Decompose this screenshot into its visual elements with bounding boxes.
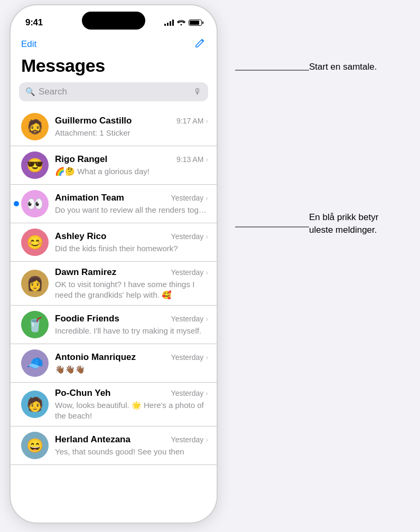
conv-content-herland: Herland AntezanaYesterday›Yes, that soun… xyxy=(55,434,208,457)
conv-chevron-guillermo: › xyxy=(206,117,208,125)
avatar-dawn: 👩 xyxy=(21,270,49,297)
callout-start-conversation: Start en samtale. xyxy=(309,61,377,73)
conv-content-guillermo: Guillermo Castillo9:17 AM›Attachment: 1 … xyxy=(55,116,208,138)
conv-time-rigo: 9:13 AM xyxy=(176,155,203,164)
conversation-item-ashley[interactable]: 😊Ashley RicoYesterday›Did the kids finis… xyxy=(11,223,217,262)
dynamic-island xyxy=(82,12,145,30)
conversation-item-foodie[interactable]: 🥤Foodie FriendsYesterday›Incredible. I'l… xyxy=(11,306,217,344)
conv-preview-animation: Do you want to review all the renders to… xyxy=(55,205,208,215)
conv-time-ashley: Yesterday xyxy=(171,232,204,241)
status-time: 9:41 xyxy=(25,17,43,28)
conv-content-dawn: Dawn RamirezYesterday›OK to visit tonigh… xyxy=(55,267,208,300)
conv-name-herland: Herland Antezana xyxy=(55,434,130,445)
avatar-animation: 👀 xyxy=(21,190,49,217)
signal-bars-icon xyxy=(164,20,174,26)
compose-icon xyxy=(194,37,206,49)
conv-preview-foodie: Incredible. I'll have to try making it m… xyxy=(55,326,208,336)
avatar-pochun: 🧑 xyxy=(21,391,49,418)
avatar-ashley: 😊 xyxy=(21,229,49,256)
search-icon: 🔍 xyxy=(25,87,35,97)
avatar-herland: 😄 xyxy=(21,432,49,459)
conv-time-guillermo: 9:17 AM xyxy=(176,117,203,125)
conv-preview-herland: Yes, that sounds good! See you then xyxy=(55,446,208,457)
unread-dot xyxy=(14,201,19,206)
conv-time-foodie: Yesterday xyxy=(171,315,204,323)
status-icons xyxy=(164,19,202,27)
conv-name-antonio: Antonio Manriquez xyxy=(55,352,136,363)
conv-content-foodie: Foodie FriendsYesterday›Incredible. I'll… xyxy=(55,314,208,336)
conversation-item-dawn[interactable]: 👩Dawn RamirezYesterday›OK to visit tonig… xyxy=(11,262,217,306)
conv-time-pochun: Yesterday xyxy=(171,389,204,397)
conv-name-pochun: Po-Chun Yeh xyxy=(55,388,110,398)
annotation-svg xyxy=(219,0,420,532)
conv-chevron-animation: › xyxy=(206,194,208,202)
conv-time-animation: Yesterday xyxy=(171,194,204,202)
conv-name-animation: Animation Team xyxy=(55,193,124,203)
mic-icon[interactable]: 🎙 xyxy=(193,87,202,97)
phone-frame: 9:41 Edit Mess xyxy=(11,5,217,522)
conv-preview-rigo: 🌈🤔 What a glorious day! xyxy=(55,166,208,177)
compose-button[interactable] xyxy=(194,37,206,51)
conv-content-animation: Animation TeamYesterday›Do you want to r… xyxy=(55,193,208,215)
conv-name-ashley: Ashley Rico xyxy=(55,231,106,242)
conv-name-foodie: Foodie Friends xyxy=(55,314,119,324)
conv-name-rigo: Rigo Rangel xyxy=(55,154,107,165)
page-title: Messages xyxy=(11,53,217,82)
battery-icon xyxy=(189,20,202,26)
conv-preview-guillermo: Attachment: 1 Sticker xyxy=(55,128,208,138)
wifi-icon xyxy=(177,19,185,27)
annotation-area: Start en samtale. En blå prikk betyrules… xyxy=(219,0,420,532)
edit-button[interactable]: Edit xyxy=(21,39,36,50)
conv-chevron-antonio: › xyxy=(206,353,208,362)
conv-name-dawn: Dawn Ramirez xyxy=(55,267,116,278)
conversation-item-animation[interactable]: 👀Animation TeamYesterday›Do you want to … xyxy=(11,185,217,223)
conversation-item-rigo[interactable]: 😎Rigo Rangel9:13 AM›🌈🤔 What a glorious d… xyxy=(11,146,217,185)
conv-time-antonio: Yesterday xyxy=(171,353,204,362)
conv-chevron-rigo: › xyxy=(206,155,208,164)
conversation-item-guillermo[interactable]: 🧔Guillermo Castillo9:17 AM›Attachment: 1… xyxy=(11,108,217,146)
conv-time-herland: Yesterday xyxy=(171,435,204,444)
conv-name-guillermo: Guillermo Castillo xyxy=(55,116,132,126)
conv-preview-dawn: OK to visit tonight? I have some things … xyxy=(55,279,208,300)
avatar-rigo: 😎 xyxy=(21,151,49,179)
conv-chevron-herland: › xyxy=(206,435,208,444)
conversation-item-pochun[interactable]: 🧑Po-Chun YehYesterday›Wow, looks beautif… xyxy=(11,383,217,426)
conversation-item-antonio[interactable]: 🧢Antonio ManriquezYesterday›👋🏾👋🏾👋🏾 xyxy=(11,344,217,383)
conv-preview-antonio: 👋🏾👋🏾👋🏾 xyxy=(55,364,208,375)
callout-unread-dot: En blå prikk betyruleste meldinger. xyxy=(309,211,378,236)
avatar-guillermo: 🧔 xyxy=(21,113,49,140)
conversation-item-herland[interactable]: 😄Herland AntezanaYesterday›Yes, that sou… xyxy=(11,426,217,465)
conv-preview-pochun: Wow, looks beautiful. 🌟 Here's a photo o… xyxy=(55,400,208,421)
conv-chevron-ashley: › xyxy=(206,232,208,241)
conv-content-rigo: Rigo Rangel9:13 AM›🌈🤔 What a glorious da… xyxy=(55,154,208,177)
conv-content-ashley: Ashley RicoYesterday›Did the kids finish… xyxy=(55,231,208,254)
conv-chevron-dawn: › xyxy=(206,268,208,277)
conv-content-pochun: Po-Chun YehYesterday›Wow, looks beautifu… xyxy=(55,388,208,421)
avatar-antonio: 🧢 xyxy=(21,349,49,377)
conversation-list: 🧔Guillermo Castillo9:17 AM›Attachment: 1… xyxy=(11,108,217,522)
search-bar[interactable]: 🔍 Search 🎙 xyxy=(19,82,208,101)
nav-bar: Edit xyxy=(11,33,217,53)
conv-preview-ashley: Did the kids finish their homework? xyxy=(55,243,208,254)
avatar-foodie: 🥤 xyxy=(21,311,49,338)
conv-content-antonio: Antonio ManriquezYesterday›👋🏾👋🏾👋🏾 xyxy=(55,352,208,375)
search-placeholder: Search xyxy=(39,87,190,97)
conv-chevron-foodie: › xyxy=(206,315,208,323)
conv-time-dawn: Yesterday xyxy=(171,268,204,277)
conv-chevron-pochun: › xyxy=(206,389,208,397)
